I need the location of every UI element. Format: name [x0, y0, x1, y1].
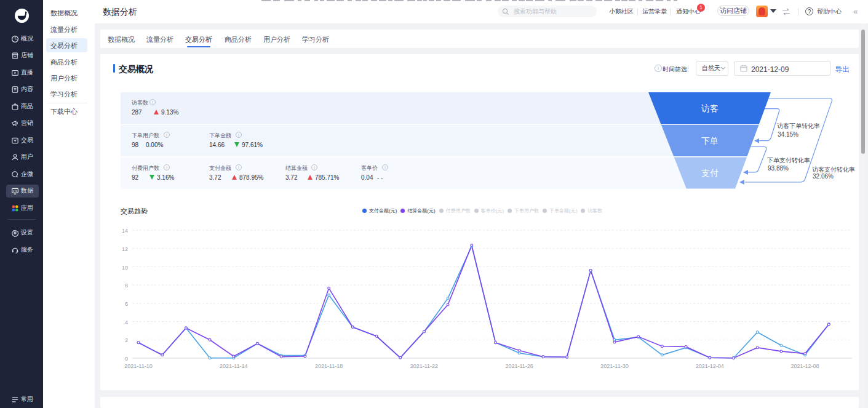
svg-text:2021-11-10: 2021-11-10 [124, 363, 152, 369]
svg-text:34.15%: 34.15% [778, 131, 798, 138]
svg-text:6: 6 [125, 301, 128, 307]
svg-text:8: 8 [125, 282, 128, 289]
svg-text:10: 10 [122, 265, 128, 271]
svg-text:访客下单转化率: 访客下单转化率 [777, 122, 820, 129]
svg-text:访客: 访客 [701, 103, 719, 113]
svg-text:2021-11-30: 2021-11-30 [600, 363, 628, 369]
svg-text:0: 0 [125, 356, 128, 362]
svg-text:访客支付转化率: 访客支付转化率 [812, 166, 855, 173]
svg-text:14: 14 [122, 228, 128, 234]
svg-text:32.06%: 32.06% [813, 173, 834, 180]
svg-text:12: 12 [122, 246, 128, 252]
svg-text:下单: 下单 [701, 136, 719, 146]
svg-text:2021-11-26: 2021-11-26 [506, 363, 533, 369]
svg-text:2021-11-14: 2021-11-14 [220, 363, 247, 369]
svg-text:2021-12-04: 2021-12-04 [696, 363, 724, 369]
svg-text:93.88%: 93.88% [768, 165, 789, 172]
svg-text:4: 4 [125, 319, 128, 326]
svg-text:2021-11-22: 2021-11-22 [410, 363, 438, 369]
svg-text:2021-12-08: 2021-12-08 [791, 363, 819, 369]
svg-text:2: 2 [125, 337, 128, 343]
svg-text:2021-11-18: 2021-11-18 [315, 363, 343, 369]
svg-text:下单支付转化率: 下单支付转化率 [767, 157, 810, 164]
svg-text:支付: 支付 [701, 168, 719, 178]
